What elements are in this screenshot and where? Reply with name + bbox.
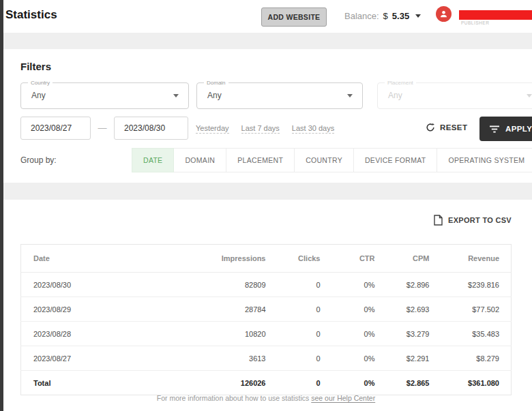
filters-heading: Filters (20, 61, 51, 72)
column-header-date: Date (21, 245, 182, 273)
placement-select-label: Placement (385, 80, 416, 86)
tab-date[interactable]: DATE (132, 148, 174, 172)
country-select-label: Country (28, 80, 53, 86)
apply-label: APPLY (505, 125, 532, 133)
table-cell: 0% (332, 322, 387, 346)
role-label: PUBLISHER (461, 20, 489, 25)
tab-country[interactable]: COUNTRY (295, 148, 354, 172)
table-cell: $2.896 (387, 273, 441, 297)
table-cell: 0% (332, 371, 387, 395)
refresh-icon (426, 123, 435, 132)
balance-label: Balance: (344, 11, 379, 21)
domain-select[interactable]: Domain Any (196, 82, 363, 109)
divider-band (3, 33, 532, 49)
table-row: 2023/08/308280900%$2.896$239.816 (21, 273, 512, 297)
column-header-revenue: Revenue (441, 245, 512, 273)
chevron-down-icon (527, 94, 532, 97)
chevron-down-icon (173, 94, 179, 97)
statistics-table: DateImpressionsClicksCTRCPMRevenue 2023/… (20, 244, 512, 395)
date-to-input[interactable]: 2023/08/30 (114, 117, 188, 140)
date-range-separator: — (95, 123, 110, 133)
quick-range-yesterday[interactable]: Yesterday (196, 124, 229, 134)
table-cell: 0 (278, 322, 332, 346)
group-by-tabs: DATEDOMAINPLACEMENTCOUNTRYDEVICE FORMATO… (132, 148, 532, 172)
column-header-cpm: CPM (387, 245, 441, 273)
domain-select-value: Any (207, 91, 222, 100)
table-cell: $3.279 (387, 322, 441, 346)
table-row: 2023/08/281082000%$3.279$35.483 (21, 322, 512, 346)
apply-button[interactable]: APPLY (479, 117, 532, 141)
table-cell: 10820 (182, 322, 278, 346)
export-to-csv-label: EXPORT TO CSV (448, 216, 512, 224)
table-cell: 0% (332, 346, 387, 371)
quick-range-last-30-days[interactable]: Last 30 days (292, 124, 334, 134)
table-cell: 2023/08/30 (21, 273, 182, 297)
domain-select-label: Domain (204, 80, 228, 86)
statistics-page: Statistics ADD WEBSITE Balance: $ 5.35 P… (0, 0, 532, 411)
divider-band (3, 183, 532, 200)
page-title: Statistics (5, 8, 57, 22)
collapsed-sidebar-strip (0, 0, 3, 411)
column-header-ctr: CTR (332, 245, 387, 273)
group-by-label: Group by: (20, 155, 57, 165)
table-cell: 0 (278, 371, 332, 395)
table-cell: 3613 (182, 346, 278, 371)
table-total-row: Total12602600%$2.865$361.080 (21, 371, 512, 395)
table-cell: 0% (332, 297, 387, 322)
column-header-clicks: Clicks (278, 245, 332, 273)
country-select-value: Any (31, 91, 46, 100)
table-cell: $2.693 (387, 297, 441, 322)
chevron-down-icon (347, 94, 353, 97)
balance-currency: $ (383, 11, 388, 21)
tab-placement[interactable]: PLACEMENT (226, 148, 295, 172)
table-cell: $239.816 (441, 273, 512, 297)
table-cell: Total (21, 371, 182, 395)
table-header-row: DateImpressionsClicksCTRCPMRevenue (21, 245, 512, 273)
column-header-impressions: Impressions (182, 245, 278, 273)
table-cell: $361.080 (441, 371, 512, 395)
reset-button[interactable]: RESET (426, 123, 467, 132)
table-cell: 0% (332, 273, 387, 297)
table-cell: $77.502 (441, 297, 512, 322)
balance-value: 5.35 (392, 11, 409, 21)
person-icon (439, 10, 448, 18)
file-icon (434, 215, 443, 226)
table-cell: 0 (278, 346, 332, 371)
balance-widget[interactable]: Balance: $ 5.35 (344, 11, 421, 21)
placement-select-value: Any (388, 91, 402, 100)
top-header: Statistics ADD WEBSITE Balance: $ 5.35 P… (3, 0, 532, 33)
footer-text: For more information about how to use st… (157, 394, 310, 402)
avatar[interactable] (436, 6, 452, 22)
placement-select: Placement Any (377, 82, 532, 109)
table-cell: 82809 (182, 273, 278, 297)
add-website-button[interactable]: ADD WEBSITE (261, 7, 327, 27)
redacted-username (459, 10, 532, 20)
tab-domain[interactable]: DOMAIN (174, 148, 226, 172)
table-cell: 0 (278, 297, 332, 322)
footer-note: For more information about how to use st… (0, 394, 532, 402)
reset-label: RESET (440, 123, 467, 132)
table-cell: $35.483 (441, 322, 512, 346)
table-cell: 2023/08/28 (21, 322, 182, 346)
table-cell: $2.291 (387, 346, 441, 371)
quick-range-last-7-days[interactable]: Last 7 days (241, 124, 280, 134)
table-row: 2023/08/27361300%$2.291$8.279 (21, 346, 512, 371)
table-cell: 2023/08/29 (21, 297, 182, 322)
tab-device-format[interactable]: DEVICE FORMAT (354, 148, 437, 172)
table-cell: 0 (278, 273, 332, 297)
table-cell: 28784 (182, 297, 278, 322)
country-select[interactable]: Country Any (20, 82, 189, 109)
date-from-input[interactable]: 2023/08/27 (20, 117, 91, 140)
tab-operating-system[interactable]: OPERATING SYSTEM (437, 148, 532, 172)
help-center-link[interactable]: see our Help Center (311, 394, 375, 402)
filter-icon (490, 125, 499, 133)
table-row: 2023/08/292878400%$2.693$77.502 (21, 297, 512, 322)
table-cell: 2023/08/27 (21, 346, 182, 371)
export-to-csv-button[interactable]: EXPORT TO CSV (434, 215, 512, 226)
chevron-down-icon[interactable] (415, 14, 421, 18)
table-cell: $2.865 (387, 371, 441, 395)
table-cell: 126026 (182, 371, 278, 395)
quick-date-ranges: YesterdayLast 7 daysLast 30 days (196, 124, 334, 134)
table-cell: $8.279 (441, 346, 512, 371)
